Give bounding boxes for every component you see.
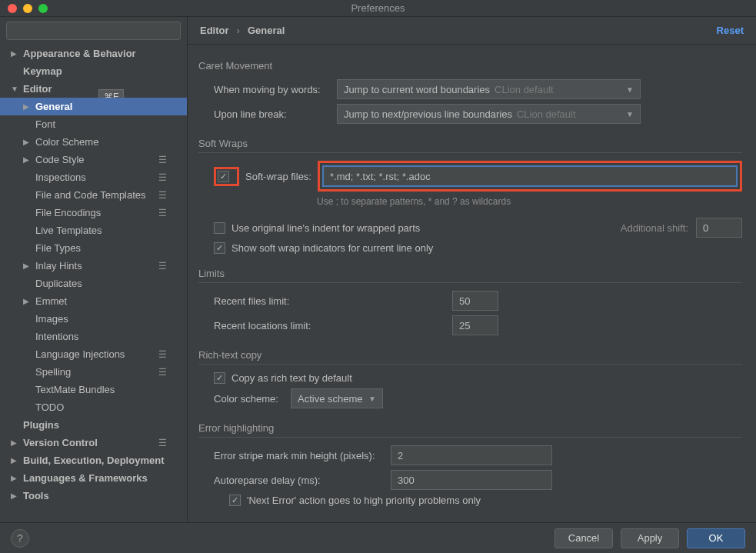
highlight-input bbox=[318, 161, 742, 192]
sidebar-item-languages-frameworks[interactable]: ▶Languages & Frameworks bbox=[0, 469, 187, 487]
sidebar-item-inlay-hints[interactable]: ▶Inlay Hints☰ bbox=[0, 257, 187, 275]
breadcrumb-row: Editor › General Reset bbox=[188, 17, 756, 45]
breadcrumb: Editor › General bbox=[200, 25, 285, 36]
label-error-stripe: Error stripe mark min height (pixels): bbox=[214, 450, 391, 461]
gear-icon: ☰ bbox=[158, 208, 167, 218]
zoom-icon[interactable] bbox=[38, 4, 48, 13]
sidebar-item-language-injections[interactable]: Language Injections☰ bbox=[0, 345, 187, 363]
sidebar-item-keymap[interactable]: Keymap bbox=[0, 62, 187, 80]
sidebar-item-color-scheme[interactable]: ▶Color Scheme bbox=[0, 133, 187, 151]
sidebar-item-plugins[interactable]: Plugins bbox=[0, 416, 187, 434]
section-limits: Limits bbox=[198, 268, 742, 283]
apply-button[interactable]: Apply bbox=[621, 528, 679, 548]
sidebar-item-inspections[interactable]: Inspections☰ bbox=[0, 168, 187, 186]
checkbox-use-original-indent[interactable] bbox=[214, 222, 225, 234]
input-recent-locations[interactable] bbox=[452, 315, 498, 335]
sidebar-item-build[interactable]: ▶Build, Execution, Deployment bbox=[0, 451, 187, 469]
gear-icon: ☰ bbox=[158, 367, 167, 378]
titlebar: Preferences bbox=[0, 0, 756, 17]
minimize-icon[interactable] bbox=[23, 4, 32, 13]
select-when-moving[interactable]: Jump to current word boundaries CLion de… bbox=[337, 79, 641, 99]
checkbox-soft-wrap[interactable] bbox=[218, 171, 229, 182]
sidebar-item-images[interactable]: Images bbox=[0, 310, 187, 328]
sidebar-item-appearance[interactable]: ▶Appearance & Behavior bbox=[0, 45, 187, 62]
checkbox-copy-rich-text[interactable] bbox=[214, 372, 225, 384]
gear-icon: ☰ bbox=[158, 349, 167, 360]
select-value: Jump to current word boundaries bbox=[344, 84, 490, 95]
settings-tree: ⌘F ▶Appearance & Behavior Keymap ▼Editor… bbox=[0, 45, 187, 522]
sidebar-item-file-encodings[interactable]: File Encodings☰ bbox=[0, 204, 187, 222]
hint-soft-wrap: Use ; to separate patterns, * and ? as w… bbox=[301, 196, 742, 207]
section-caret-movement: Caret Movement bbox=[198, 60, 742, 72]
search-input[interactable] bbox=[6, 22, 181, 40]
checkbox-next-error[interactable] bbox=[229, 495, 241, 506]
label-additional-shift: Additional shift: bbox=[621, 222, 688, 234]
label-copy-rich-text: Copy as rich text by default bbox=[231, 372, 352, 384]
label-recent-locations: Recent locations limit: bbox=[214, 320, 452, 331]
select-value: Jump to next/previous line boundaries bbox=[344, 108, 512, 120]
highlight-checkbox bbox=[214, 167, 239, 186]
input-error-stripe[interactable] bbox=[391, 445, 552, 465]
sidebar-item-intentions[interactable]: Intentions bbox=[0, 328, 187, 345]
select-value: Active scheme bbox=[298, 393, 363, 405]
select-color-scheme[interactable]: Active scheme ▼ bbox=[291, 388, 383, 408]
sidebar: ⌘F ▶Appearance & Behavior Keymap ▼Editor… bbox=[0, 17, 188, 522]
label-next-error: 'Next Error' action goes to high priorit… bbox=[247, 495, 481, 506]
gear-icon: ☰ bbox=[158, 155, 167, 165]
select-upon-break[interactable]: Jump to next/previous line boundaries CL… bbox=[337, 104, 641, 124]
chevron-down-icon: ▼ bbox=[626, 85, 634, 94]
chevron-down-icon: ▼ bbox=[368, 395, 376, 403]
breadcrumb-general: General bbox=[248, 25, 285, 36]
footer: ? Cancel Apply OK bbox=[0, 522, 756, 553]
input-soft-wrap-patterns[interactable] bbox=[322, 165, 738, 187]
section-soft-wraps: Soft Wraps bbox=[198, 138, 742, 153]
sidebar-item-general[interactable]: ▶General bbox=[0, 98, 187, 115]
gear-icon: ☰ bbox=[158, 261, 167, 272]
sidebar-item-file-code-templates[interactable]: File and Code Templates☰ bbox=[0, 186, 187, 204]
help-button[interactable]: ? bbox=[11, 529, 29, 548]
window-title: Preferences bbox=[351, 2, 405, 14]
sidebar-item-textmate-bundles[interactable]: TextMate Bundles bbox=[0, 381, 187, 398]
checkbox-show-indicators[interactable] bbox=[214, 242, 225, 254]
label-upon-break: Upon line break: bbox=[214, 108, 337, 120]
label-recent-files: Recent files limit: bbox=[214, 295, 452, 307]
reset-link[interactable]: Reset bbox=[717, 25, 744, 36]
sidebar-item-duplicates[interactable]: Duplicates bbox=[0, 275, 187, 292]
section-error-highlighting: Error highlighting bbox=[198, 422, 742, 438]
select-hint: CLion default bbox=[495, 84, 554, 95]
input-recent-files[interactable] bbox=[452, 291, 498, 311]
gear-icon: ☰ bbox=[158, 438, 167, 448]
sidebar-item-editor[interactable]: ▼Editor bbox=[0, 80, 187, 98]
close-icon[interactable] bbox=[8, 4, 17, 13]
sidebar-item-emmet[interactable]: ▶Emmet bbox=[0, 292, 187, 310]
gear-icon: ☰ bbox=[158, 172, 167, 183]
label-soft-wrap-files: Soft-wrap files: bbox=[245, 171, 311, 182]
chevron-down-icon: ▼ bbox=[626, 110, 634, 118]
breadcrumb-editor[interactable]: Editor bbox=[200, 25, 229, 36]
label-use-original-indent: Use original line's indent for wrapped p… bbox=[231, 222, 420, 234]
sidebar-item-version-control[interactable]: ▶Version Control☰ bbox=[0, 434, 187, 451]
gear-icon: ☰ bbox=[158, 190, 167, 201]
section-rich-text: Rich-text copy bbox=[198, 349, 742, 365]
cancel-button[interactable]: Cancel bbox=[555, 528, 613, 548]
sidebar-item-code-style[interactable]: ▶Code Style☰ bbox=[0, 151, 187, 168]
label-when-moving: When moving by words: bbox=[214, 84, 337, 95]
sidebar-item-file-types[interactable]: File Types bbox=[0, 239, 187, 257]
chevron-right-icon: › bbox=[237, 25, 240, 36]
label-color-scheme: Color scheme: bbox=[214, 393, 291, 405]
input-additional-shift[interactable] bbox=[696, 218, 742, 238]
ok-button[interactable]: OK bbox=[687, 528, 745, 548]
sidebar-item-live-templates[interactable]: Live Templates bbox=[0, 222, 187, 239]
label-show-indicators: Show soft wrap indicators for current li… bbox=[231, 242, 433, 254]
settings-panel: Caret Movement When moving by words: Jum… bbox=[188, 45, 756, 522]
sidebar-item-todo[interactable]: TODO bbox=[0, 398, 187, 416]
label-autoreparse: Autoreparse delay (ms): bbox=[214, 475, 391, 486]
sidebar-item-spelling[interactable]: Spelling☰ bbox=[0, 363, 187, 381]
sidebar-item-font[interactable]: Font bbox=[0, 115, 187, 133]
sidebar-item-tools[interactable]: ▶Tools bbox=[0, 487, 187, 505]
input-autoreparse[interactable] bbox=[391, 470, 552, 490]
select-hint: CLion default bbox=[517, 108, 576, 120]
